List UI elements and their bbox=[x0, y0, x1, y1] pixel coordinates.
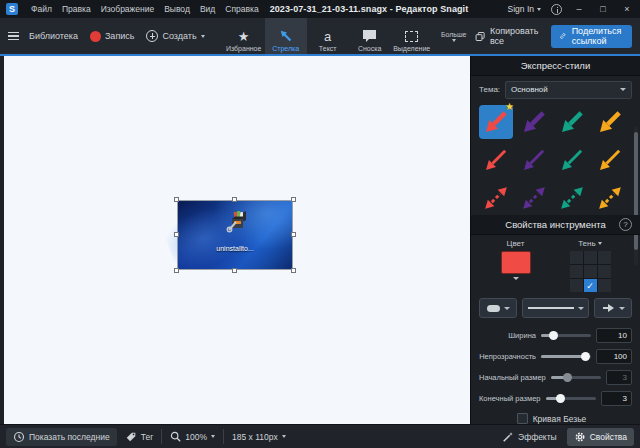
style-tile-arrow[interactable] bbox=[517, 181, 551, 215]
shadow-cell[interactable] bbox=[570, 265, 583, 278]
resize-handle-ne[interactable] bbox=[291, 197, 296, 202]
style-tile-arrow[interactable] bbox=[555, 143, 589, 177]
resize-handle-sw[interactable] bbox=[174, 268, 179, 273]
style-tile-arrow[interactable] bbox=[555, 181, 589, 215]
image-file-label: uninstallto... bbox=[178, 245, 292, 252]
menu-help[interactable]: Справка bbox=[220, 4, 263, 14]
start-size-slider[interactable] bbox=[551, 376, 601, 379]
shadow-cell[interactable] bbox=[570, 251, 583, 264]
right-panel: Экспресс-стили Тема: Основной ★ bbox=[470, 56, 640, 424]
shadow-direction-grid: ✓ bbox=[570, 251, 611, 292]
minimize-button[interactable]: – bbox=[572, 4, 586, 14]
captured-image[interactable]: uninstallto... bbox=[177, 200, 293, 270]
gear-icon bbox=[574, 431, 586, 443]
resize-handle-s[interactable] bbox=[232, 268, 237, 273]
quick-styles-header: Экспресс-стили bbox=[471, 56, 640, 76]
end-size-slider[interactable] bbox=[546, 397, 596, 400]
canvas[interactable]: uninstallto... bbox=[0, 56, 470, 424]
style-tile-arrow[interactable]: ★ bbox=[479, 105, 513, 139]
snagit-logo-icon: S bbox=[6, 3, 18, 15]
bezier-checkbox[interactable] bbox=[517, 413, 528, 424]
width-value[interactable]: 10 bbox=[596, 328, 632, 343]
arrow-end-style-button[interactable] bbox=[594, 298, 632, 318]
slider-thumb[interactable] bbox=[563, 373, 572, 382]
opacity-slider-row: Непрозрачность 100 bbox=[479, 346, 632, 367]
shadow-cell[interactable] bbox=[584, 265, 597, 278]
opacity-value[interactable]: 100 bbox=[596, 349, 632, 364]
tool-strip: ★ Избранное Стрелка a Текст Сноска bbox=[223, 18, 475, 54]
shadow-cell[interactable] bbox=[598, 251, 611, 264]
chevron-down-icon[interactable] bbox=[513, 277, 519, 280]
tag-button[interactable]: Тег bbox=[125, 431, 154, 443]
style-tile-arrow[interactable] bbox=[555, 105, 589, 139]
window-title: 2023-07-31_21-03-11.snagx - Редактор Sna… bbox=[270, 4, 469, 14]
text-tool-icon: a bbox=[324, 28, 331, 44]
style-tile-arrow[interactable] bbox=[517, 105, 551, 139]
style-tile-arrow[interactable] bbox=[593, 105, 627, 139]
zoom-control[interactable]: 100% bbox=[170, 431, 215, 442]
speech-bubble-icon bbox=[362, 28, 377, 44]
resize-handle-nw[interactable] bbox=[174, 197, 179, 202]
library-button[interactable]: Библиотека bbox=[8, 31, 78, 41]
close-button[interactable]: × bbox=[620, 4, 634, 14]
history-clock-icon bbox=[13, 431, 25, 443]
menu-output[interactable]: Вывод bbox=[159, 4, 195, 14]
chevron-down-icon bbox=[537, 8, 541, 11]
panel-scrollbar[interactable] bbox=[634, 126, 638, 266]
maximize-button[interactable]: □ bbox=[596, 4, 610, 14]
zoom-level: 100% bbox=[185, 432, 207, 442]
arrow-tool-icon bbox=[278, 28, 294, 44]
shadow-cell[interactable] bbox=[598, 279, 611, 292]
shadow-cell[interactable] bbox=[598, 265, 611, 278]
effects-button[interactable]: Эффекты bbox=[502, 431, 557, 443]
resize-handle-n[interactable] bbox=[232, 197, 237, 202]
show-recent-button[interactable]: Показать последние bbox=[6, 428, 117, 446]
theme-label: Тема: bbox=[479, 85, 500, 94]
style-tile-arrow[interactable] bbox=[479, 143, 513, 177]
arrow-start-style-button[interactable] bbox=[479, 298, 517, 318]
menu-edit[interactable]: Правка bbox=[57, 4, 96, 14]
menu-view[interactable]: Вид bbox=[195, 4, 220, 14]
shadow-label: Тень bbox=[578, 239, 602, 248]
style-tile-arrow[interactable] bbox=[517, 143, 551, 177]
slider-thumb[interactable] bbox=[556, 394, 565, 403]
sign-in-button[interactable]: Sign In bbox=[508, 4, 541, 14]
tool-favorites[interactable]: ★ Избранное bbox=[223, 18, 265, 54]
line-style-button[interactable] bbox=[522, 298, 589, 318]
arrow-head-icon bbox=[602, 303, 615, 313]
shadow-cell-selected[interactable]: ✓ bbox=[584, 279, 597, 292]
theme-select[interactable]: Основной bbox=[505, 81, 632, 99]
style-tile-arrow[interactable] bbox=[593, 143, 627, 177]
copy-all-button[interactable]: Копировать все bbox=[475, 26, 541, 46]
star-icon: ★ bbox=[238, 28, 250, 44]
style-tile-arrow[interactable] bbox=[479, 181, 513, 215]
resize-handle-se[interactable] bbox=[291, 268, 296, 273]
color-swatch[interactable] bbox=[501, 251, 531, 274]
tool-text[interactable]: a Текст bbox=[307, 18, 349, 54]
properties-button[interactable]: Свойства bbox=[567, 428, 634, 446]
opacity-slider[interactable] bbox=[541, 355, 591, 358]
menu-image[interactable]: Изображение bbox=[96, 4, 160, 14]
slider-thumb[interactable] bbox=[581, 352, 590, 361]
uninstall-tool-icon bbox=[225, 209, 251, 235]
tool-arrow[interactable]: Стрелка bbox=[265, 18, 307, 54]
share-link-button[interactable]: Поделиться ссылкой bbox=[551, 25, 632, 48]
menu-file[interactable]: Файл bbox=[26, 4, 57, 14]
canvas-size: 185 x 110px bbox=[232, 432, 278, 442]
shadow-cell[interactable] bbox=[584, 251, 597, 264]
resize-handle-w[interactable] bbox=[174, 232, 179, 237]
tool-callout[interactable]: Сноска bbox=[349, 18, 391, 54]
canvas-size-control[interactable]: 185 x 110px bbox=[232, 432, 286, 442]
record-button[interactable]: Запись bbox=[90, 31, 135, 42]
resize-handle-e[interactable] bbox=[291, 232, 296, 237]
create-button[interactable]: Создать bbox=[146, 30, 204, 42]
tool-more[interactable]: Больше bbox=[433, 18, 475, 54]
end-size-value[interactable]: 3 bbox=[601, 391, 632, 406]
style-tile-arrow[interactable] bbox=[593, 181, 627, 215]
info-icon[interactable] bbox=[551, 4, 562, 15]
shadow-cell[interactable] bbox=[570, 279, 583, 292]
tool-selection[interactable]: Выделение bbox=[391, 18, 433, 54]
width-slider[interactable] bbox=[541, 334, 591, 337]
slider-thumb[interactable] bbox=[549, 331, 558, 340]
help-icon[interactable]: ? bbox=[619, 218, 632, 231]
